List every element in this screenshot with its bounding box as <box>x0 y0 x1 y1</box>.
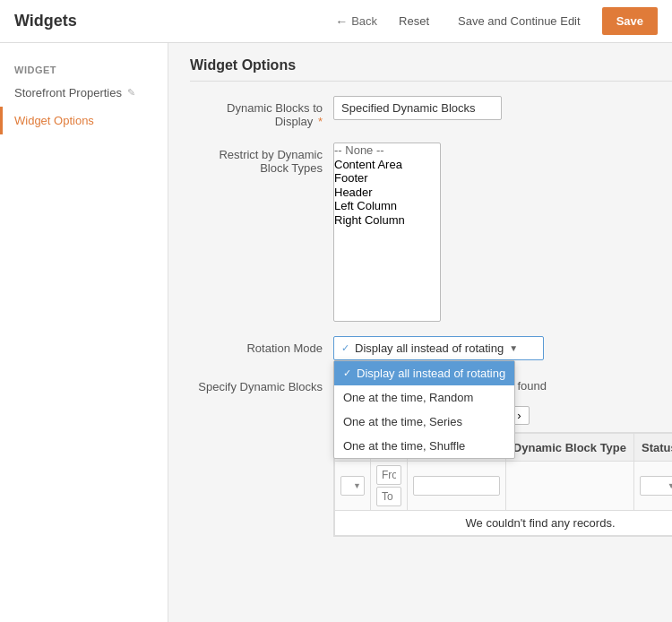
filter-dynamic-block-input[interactable] <box>413 476 500 496</box>
no-records-row: We couldn't find any records. <box>335 511 673 536</box>
check-icon: ✓ <box>341 342 349 354</box>
sidebar-section-label: WIDGET <box>0 57 168 79</box>
th-dynamic-block-type: Dynamic Block Type <box>505 434 633 462</box>
rotation-dropdown: ✓ Display all instead of rotating ▼ ✓ Di… <box>333 336 544 360</box>
filter-status-wrapper: ▼ <box>640 476 672 496</box>
page-title: Widgets <box>14 12 335 30</box>
rotation-option-shuffle[interactable]: One at the time, Shuffle <box>334 434 514 458</box>
restrict-row: Restrict by Dynamic Block Types -- None … <box>190 143 672 322</box>
rotation-option-series[interactable]: One at the time, Series <box>334 410 514 434</box>
filter-id-from[interactable] <box>376 465 401 485</box>
rotation-option-all-label: Display all instead of rotating <box>357 367 505 380</box>
save-button[interactable]: Save <box>602 7 658 35</box>
specify-label: Specify Dynamic Blocks <box>190 375 333 393</box>
sidebar: WIDGET Storefront Properties ✎ Widget Op… <box>0 43 168 622</box>
dynamic-blocks-row: Dynamic Blocks to Display * Specified Dy… <box>190 96 672 128</box>
rotation-selected[interactable]: ✓ Display all instead of rotating ▼ <box>333 336 544 360</box>
rotation-options-list: ✓ Display all instead of rotating One at… <box>333 360 515 459</box>
listbox-right-column: Right Column <box>334 213 440 228</box>
no-records-cell: We couldn't find any records. <box>335 511 673 536</box>
reset-button[interactable]: Reset <box>392 11 436 31</box>
back-arrow-icon: ← <box>335 14 348 29</box>
filter-id-to[interactable] <box>376 487 401 506</box>
sidebar-item-widget-label: Widget Options <box>14 114 94 127</box>
filter-dynamic-block-type-cell <box>505 462 633 511</box>
rotation-selected-label: Display all instead of rotating <box>355 341 504 355</box>
filter-checkbox-cell: Yes No ▼ <box>335 462 371 511</box>
sidebar-item-storefront-properties[interactable]: Storefront Properties ✎ <box>0 79 168 107</box>
listbox-footer: Footer <box>334 171 440 186</box>
dynamic-blocks-control: Specified Dynamic Blocks All Dynamic Blo… <box>333 96 672 120</box>
filter-status-cell: ▼ <box>634 462 672 511</box>
listbox-header: Header <box>334 186 440 200</box>
dynamic-blocks-select[interactable]: Specified Dynamic Blocks All Dynamic Blo… <box>333 96 502 120</box>
rotation-option-random-label: One at the time, Random <box>343 391 473 404</box>
back-button[interactable]: ← Back <box>335 14 377 29</box>
rotation-chevron-icon: ▼ <box>509 343 518 353</box>
filter-row: Yes No ▼ <box>335 462 673 511</box>
section-title: Widget Options <box>190 57 672 82</box>
main-content: Widget Options Dynamic Blocks to Display… <box>168 43 672 622</box>
rotation-option-random[interactable]: One at the time, Random <box>334 385 514 410</box>
rotation-row: Rotation Mode ✓ Display all instead of r… <box>190 336 672 360</box>
block-types-listbox[interactable]: -- None -- Content Area Footer Header Le… <box>333 143 441 322</box>
th-status: Status <box>634 434 672 462</box>
th-dynamic-block-type-label: Dynamic Block Type <box>513 441 626 454</box>
check-icon: ✓ <box>343 367 351 379</box>
save-continue-button[interactable]: Save and Continue Edit <box>451 11 588 31</box>
sidebar-item-storefront-label: Storefront Properties <box>14 86 122 99</box>
th-status-label: Status <box>642 441 672 454</box>
rotation-option-all[interactable]: ✓ Display all instead of rotating <box>334 361 514 385</box>
listbox-content-area: Content Area <box>334 158 440 172</box>
filter-yes-no-wrapper: Yes No ▼ <box>340 476 365 496</box>
listbox-left-column: Left Column <box>334 199 440 213</box>
page-body: WIDGET Storefront Properties ✎ Widget Op… <box>0 43 672 622</box>
rotation-label: Rotation Mode <box>190 336 333 355</box>
dynamic-blocks-label: Dynamic Blocks to Display * <box>190 96 333 128</box>
page-header: Widgets ← Back Reset Save and Continue E… <box>0 0 672 43</box>
edit-icon: ✎ <box>127 87 135 99</box>
restrict-label: Restrict by Dynamic Block Types <box>190 143 333 175</box>
header-actions: ← Back Reset Save and Continue Edit Save <box>335 7 658 35</box>
restrict-control: -- None -- Content Area Footer Header Le… <box>333 143 672 322</box>
filter-id-cell <box>371 462 408 511</box>
dynamic-blocks-select-wrapper: Specified Dynamic Blocks All Dynamic Blo… <box>333 96 672 120</box>
required-marker: * <box>318 115 323 128</box>
filter-dynamic-block-cell <box>407 462 505 511</box>
rotation-control: ✓ Display all instead of rotating ▼ ✓ Di… <box>333 336 672 360</box>
filter-status-select[interactable] <box>640 476 672 496</box>
listbox-none: -- None -- <box>334 143 440 158</box>
rotation-option-shuffle-label: One at the time, Shuffle <box>343 439 465 453</box>
back-label: Back <box>351 14 377 28</box>
sidebar-item-widget-options[interactable]: Widget Options <box>0 107 168 134</box>
filter-yes-no-select[interactable]: Yes No <box>340 476 365 496</box>
rotation-option-series-label: One at the time, Series <box>343 415 462 428</box>
